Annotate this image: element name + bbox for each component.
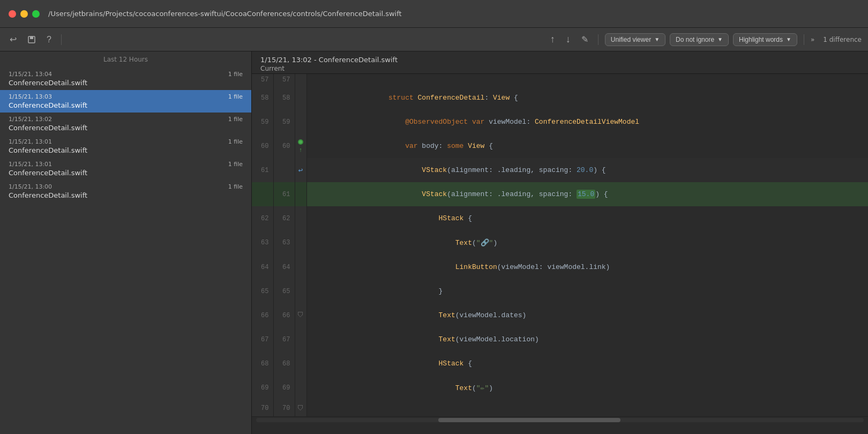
code-line: Text("🔗") <box>306 230 868 255</box>
sidebar-item-date-row: 1/15/21, 13:03 1 file <box>9 93 243 100</box>
gutter: ⛉ <box>295 303 306 327</box>
sidebar-item-filename: ConferenceDetail.swift <box>9 191 243 199</box>
traffic-lights <box>9 10 40 18</box>
gutter <box>295 351 306 376</box>
table-row: 70 70 ⛉ <box>252 400 868 416</box>
code-line: HStack { <box>306 351 868 376</box>
line-num-left <box>252 182 273 206</box>
toolbar-divider-1 <box>61 34 62 45</box>
line-num-left: 63 <box>252 230 273 255</box>
up-arrow-icon: ↑ <box>299 147 303 153</box>
table-row: 61 ↩ VStack(alignment: .leading, spacing… <box>252 158 868 182</box>
sidebar[interactable]: Last 12 Hours 1/15/21, 13:04 1 file Conf… <box>0 51 252 434</box>
highlight-dropdown[interactable]: Highlight words ▼ <box>733 33 797 46</box>
line-num-right: 69 <box>273 376 295 400</box>
bookmark-icon: ⛉ <box>297 312 304 319</box>
revert-icon[interactable]: ↩ <box>298 166 303 175</box>
sidebar-item-count: 1 file <box>228 183 243 190</box>
line-num-left: 69 <box>252 376 273 400</box>
sidebar-item-date: 1/15/21, 13:04 <box>9 71 52 78</box>
code-line: Text(viewModel.dates) <box>306 303 868 327</box>
line-num-right: 64 <box>273 255 295 279</box>
gutter <box>295 230 306 255</box>
title-bar: /Users/jetbrains/Projects/cocoaconferenc… <box>0 0 868 28</box>
next-diff-button[interactable]: ↓ <box>563 32 574 47</box>
sidebar-item-date-row: 1/15/21, 13:04 1 file <box>9 71 243 78</box>
code-line: HStack { <box>306 206 868 230</box>
sidebar-item-date-row: 1/15/21, 13:00 1 file <box>9 183 243 190</box>
line-num-right: 59 <box>273 110 295 134</box>
code-line: VStack(alignment: .leading, spacing: 15.… <box>306 182 868 206</box>
table-row: 58 58 struct ConferenceDetail: View { <box>252 86 868 110</box>
code-line: LinkButton(viewModel: viewModel.link) <box>306 255 868 279</box>
list-item[interactable]: 1/15/21, 13:04 1 file ConferenceDetail.s… <box>0 68 251 90</box>
content-header: 1/15/21, 13:02 - ConferenceDetail.swift … <box>252 51 868 74</box>
code-line: Text(viewModel.location) <box>306 327 868 351</box>
list-item[interactable]: 1/15/21, 13:02 1 file ConferenceDetail.s… <box>0 113 251 135</box>
sidebar-item-count: 1 file <box>228 71 243 78</box>
chevron-down-icon: ▼ <box>786 36 791 42</box>
sidebar-item-date: 1/15/21, 13:02 <box>9 116 52 123</box>
forward-chevron-icon: » <box>811 36 814 43</box>
code-line: VStack(alignment: .leading, spacing: 20.… <box>306 158 868 182</box>
table-row: 63 63 Text("🔗") <box>252 230 868 255</box>
code-line: struct ConferenceDetail: View { <box>306 86 868 110</box>
list-item[interactable]: 1/15/21, 13:01 1 file ConferenceDetail.s… <box>0 135 251 158</box>
list-item[interactable]: 1/15/21, 13:03 1 file ConferenceDetail.s… <box>0 90 251 113</box>
code-line: Text("✏️") <box>306 376 868 400</box>
line-num-left: 62 <box>252 206 273 230</box>
code-line <box>306 74 868 86</box>
change-indicator-icon <box>298 139 303 145</box>
table-row: 65 65 } <box>252 279 868 303</box>
table-row: 61 VStack(alignment: .leading, spacing: … <box>252 182 868 206</box>
line-num-left: 64 <box>252 255 273 279</box>
line-num-left: 61 <box>252 158 273 182</box>
line-num-left: 66 <box>252 303 273 327</box>
content-pane: 1/15/21, 13:02 - ConferenceDetail.swift … <box>252 51 868 434</box>
table-row: 62 62 HStack { <box>252 206 868 230</box>
sidebar-item-count: 1 file <box>228 116 243 123</box>
line-num-right: 66 <box>273 303 295 327</box>
line-num-right: 61 <box>273 182 295 206</box>
horizontal-scrollbar[interactable] <box>252 416 868 423</box>
diff-view[interactable]: 57 57 58 58 struct ConferenceDetail: Vie… <box>252 74 868 434</box>
undo-button[interactable]: ↩ <box>6 32 20 47</box>
line-num-right: 63 <box>273 230 295 255</box>
scrollbar-thumb[interactable] <box>438 418 620 422</box>
gutter <box>295 110 306 134</box>
gutter: ↩ <box>295 158 306 182</box>
line-num-right: 68 <box>273 351 295 376</box>
help-button[interactable]: ? <box>43 33 55 47</box>
toolbar-divider-3 <box>804 34 804 45</box>
line-num-right: 60 <box>273 134 295 158</box>
diff-count: 1 difference <box>823 36 862 43</box>
edit-button[interactable]: ✎ <box>578 32 592 47</box>
sidebar-item-filename: ConferenceDetail.swift <box>9 79 243 87</box>
line-num-right: 62 <box>273 206 295 230</box>
ignore-dropdown[interactable]: Do not ignore ▼ <box>670 33 729 46</box>
line-num-left: 57 <box>252 74 273 86</box>
gutter <box>295 255 306 279</box>
table-row: 66 66 ⛉ Text(viewModel.dates) <box>252 303 868 327</box>
scrollbar-track <box>256 418 864 422</box>
line-num-right <box>273 158 295 182</box>
list-item[interactable]: 1/15/21, 13:01 1 file ConferenceDetail.s… <box>0 158 251 180</box>
minimize-button[interactable] <box>20 10 28 18</box>
gutter <box>295 279 306 303</box>
sidebar-item-date-row: 1/15/21, 13:02 1 file <box>9 116 243 123</box>
maximize-button[interactable] <box>32 10 40 18</box>
line-num-left: 70 <box>252 400 273 416</box>
line-num-right: 65 <box>273 279 295 303</box>
save-button[interactable] <box>24 33 39 46</box>
viewer-dropdown[interactable]: Unified viewer ▼ <box>605 33 665 46</box>
list-item[interactable]: 1/15/21, 13:00 1 file ConferenceDetail.s… <box>0 180 251 203</box>
table-row: 67 67 Text(viewModel.location) <box>252 327 868 351</box>
diff-table: 57 57 58 58 struct ConferenceDetail: Vie… <box>252 74 868 416</box>
sidebar-item-date: 1/15/21, 13:01 <box>9 161 52 168</box>
close-button[interactable] <box>9 10 16 18</box>
line-num-left: 58 <box>252 86 273 110</box>
prev-diff-button[interactable]: ↑ <box>547 32 558 47</box>
code-line: } <box>306 279 868 303</box>
window-title: /Users/jetbrains/Projects/cocoaconferenc… <box>48 10 402 18</box>
sidebar-item-count: 1 file <box>228 138 243 145</box>
